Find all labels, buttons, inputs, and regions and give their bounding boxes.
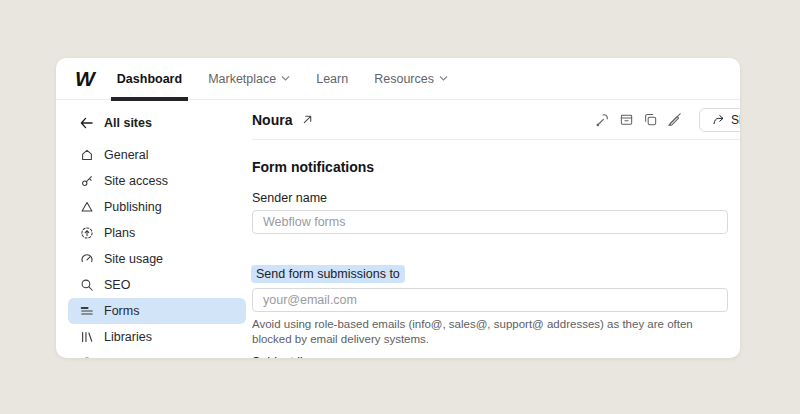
- arrow-up-circle-icon: [80, 226, 94, 240]
- circle-icon: [80, 356, 94, 358]
- submissions-email-input[interactable]: [252, 288, 728, 312]
- main-content: Noura: [252, 100, 740, 358]
- wrench-icon[interactable]: [595, 112, 610, 127]
- chevron-down-icon: [281, 75, 290, 82]
- site-name: Noura: [252, 112, 292, 128]
- header-actions: Share: [595, 108, 740, 132]
- search-icon: [80, 278, 94, 292]
- sidebar-item-seo[interactable]: SEO: [56, 272, 252, 298]
- gauge-icon: [80, 252, 94, 266]
- share-button-label: Share: [731, 113, 740, 127]
- nav-resources-label: Resources: [374, 72, 434, 86]
- sidebar-item-label: SEO: [104, 278, 130, 292]
- sidebar-item-plans[interactable]: Plans: [56, 220, 252, 246]
- form-lines-icon: [80, 304, 94, 318]
- sidebar-item-publishing[interactable]: Publishing: [56, 194, 252, 220]
- no-edit-icon[interactable]: [667, 112, 682, 127]
- top-navigation: W Dashboard Marketplace Learn Resources: [56, 58, 740, 100]
- arrow-left-icon: [80, 117, 93, 129]
- chevron-down-icon: [439, 75, 448, 82]
- key-icon: [80, 174, 94, 188]
- send-submissions-label: Send form submissions to: [251, 265, 405, 283]
- back-all-sites-label: All sites: [104, 116, 152, 130]
- submissions-help-text: Avoid using role-based emails (info@, sa…: [252, 317, 722, 347]
- nav-marketplace-label: Marketplace: [208, 72, 276, 86]
- back-all-sites[interactable]: All sites: [56, 111, 252, 135]
- open-site-arrow-icon[interactable]: [302, 114, 313, 125]
- share-button[interactable]: Share: [699, 108, 740, 132]
- nav-marketplace[interactable]: Marketplace: [208, 58, 290, 100]
- sidebar-item-general[interactable]: General: [56, 142, 252, 168]
- webflow-logo-icon[interactable]: W: [75, 68, 93, 89]
- archive-icon[interactable]: [619, 112, 634, 127]
- dashboard-card: W Dashboard Marketplace Learn Resources: [56, 58, 740, 358]
- settings-sidebar: All sites General Site access: [56, 100, 252, 358]
- sidebar-item-forms[interactable]: Forms: [68, 298, 246, 324]
- section-title: Form notifications: [252, 157, 728, 177]
- site-header: Noura: [252, 100, 740, 140]
- sender-name-label: Sender name: [252, 190, 728, 206]
- sidebar-item-label: General: [104, 148, 148, 162]
- sidebar-item-site-access[interactable]: Site access: [56, 168, 252, 194]
- nav-dashboard[interactable]: Dashboard: [117, 58, 182, 100]
- nav-learn-label: Learn: [316, 72, 348, 86]
- subject-line-label: Subject line: [252, 354, 728, 358]
- sidebar-item-label: Publishing: [104, 200, 162, 214]
- home-icon: [80, 148, 94, 162]
- publish-icon: [80, 200, 94, 214]
- sidebar-item-label: Forms: [104, 304, 139, 318]
- sidebar-list: General Site access Publishing: [56, 142, 252, 358]
- sidebar-item-label: Site usage: [104, 252, 163, 266]
- sidebar-item-label: Libraries: [104, 330, 152, 344]
- nav-resources[interactable]: Resources: [374, 58, 448, 100]
- library-icon: [80, 330, 94, 344]
- nav-learn[interactable]: Learn: [316, 58, 348, 100]
- sender-name-input[interactable]: [252, 210, 728, 234]
- duplicate-icon[interactable]: [643, 112, 658, 127]
- sidebar-item-partial[interactable]: [56, 350, 252, 358]
- sidebar-item-site-usage[interactable]: Site usage: [56, 246, 252, 272]
- sidebar-item-label: Site access: [104, 174, 168, 188]
- nav-dashboard-label: Dashboard: [117, 72, 182, 86]
- sidebar-item-libraries[interactable]: Libraries: [56, 324, 252, 350]
- sidebar-item-label: Plans: [104, 226, 135, 240]
- share-arrow-icon: [712, 114, 725, 126]
